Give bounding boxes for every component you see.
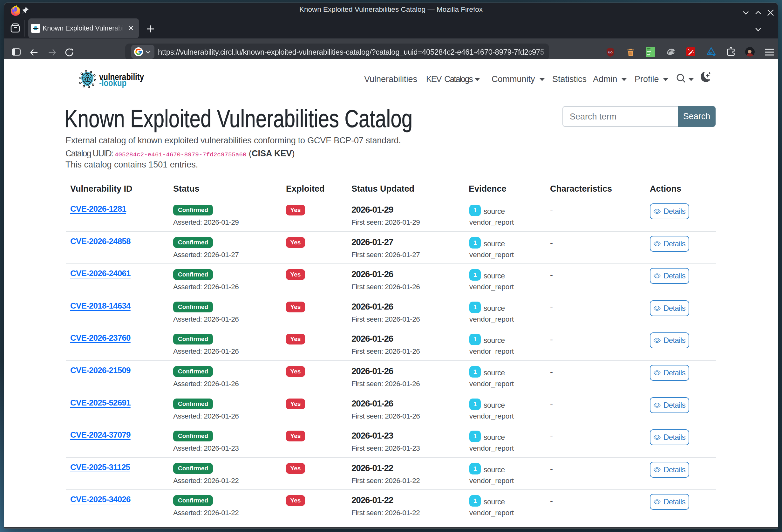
svg-text:ax: ax (709, 51, 713, 55)
svg-text:-lookup: -lookup (99, 77, 127, 88)
svg-text:uo: uo (608, 50, 613, 54)
